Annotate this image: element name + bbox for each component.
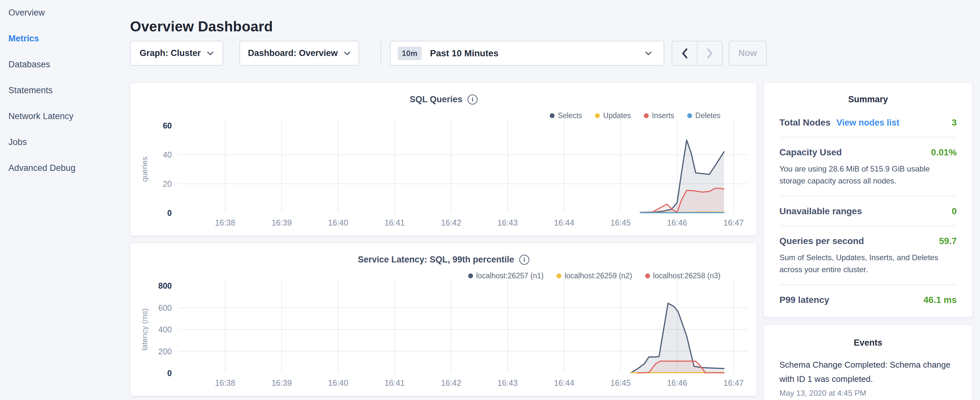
total-nodes-value: 3	[951, 118, 957, 128]
qps-description: Sum of Selects, Updates, Inserts, and De…	[780, 252, 957, 276]
svg-text:0: 0	[167, 209, 172, 217]
svg-text:200: 200	[158, 347, 172, 356]
summary-row-unavailable-ranges: Unavailable ranges 0	[780, 196, 957, 226]
capacity-value: 0.01%	[931, 147, 957, 158]
svg-text:queries: queries	[140, 157, 149, 182]
service-latency-plot[interactable]: 16:3816:3916:4016:4116:4216:4316:4416:45…	[130, 243, 757, 397]
unavailable-ranges-label: Unavailable ranges	[780, 206, 862, 217]
events-title: Events	[780, 338, 957, 348]
time-range-label: Past 10 Minutes	[430, 48, 499, 59]
events-card: Events Schema Change Completed: Schema c…	[764, 325, 972, 400]
svg-text:16:41: 16:41	[384, 218, 405, 227]
dashboard-dropdown-label: Dashboard: Overview	[248, 48, 338, 58]
svg-text:16:44: 16:44	[554, 378, 574, 387]
svg-text:16:39: 16:39	[272, 378, 292, 387]
unavailable-ranges-value: 0	[951, 206, 957, 217]
svg-text:16:45: 16:45	[611, 378, 631, 387]
svg-text:16:42: 16:42	[441, 378, 461, 387]
sidebar-item-overview[interactable]: Overview	[8, 8, 45, 18]
chart-card-service-latency: Service Latency: SQL, 99th percentile lo…	[130, 243, 757, 396]
p99-label: P99 latency	[780, 295, 829, 305]
event-timestamp: May 13, 2020 at 4:45 PM	[780, 389, 957, 398]
summary-row-total-nodes: Total NodesView nodes list 3	[780, 118, 957, 137]
svg-text:16:40: 16:40	[328, 378, 348, 387]
event-item: Schema Change Completed: Schema change w…	[780, 358, 957, 398]
svg-text:16:45: 16:45	[611, 218, 631, 227]
view-nodes-link[interactable]: View nodes list	[836, 118, 899, 127]
sidebar-item-metrics[interactable]: Metrics	[8, 33, 39, 44]
controls-divider	[380, 41, 381, 65]
svg-text:800: 800	[158, 281, 172, 290]
svg-text:16:40: 16:40	[328, 218, 348, 227]
qps-value: 59.7	[939, 236, 957, 246]
svg-text:16:38: 16:38	[215, 378, 235, 387]
svg-text:16:38: 16:38	[215, 218, 235, 227]
svg-text:400: 400	[158, 325, 172, 334]
summary-row-qps: Queries per second 59.7 Sum of Selects, …	[780, 226, 957, 285]
p99-value: 46.1 ms	[923, 295, 957, 305]
svg-text:16:44: 16:44	[554, 218, 574, 227]
summary-row-capacity: Capacity Used 0.01% You are using 28.6 M…	[780, 137, 957, 196]
svg-text:20: 20	[163, 179, 172, 188]
time-range-selector[interactable]: 10m Past 10 Minutes	[390, 41, 664, 66]
chevron-down-icon	[344, 51, 351, 56]
sidebar-item-network-latency[interactable]: Network Latency	[8, 112, 73, 121]
chevron-down-icon	[645, 51, 652, 56]
sidebar: Overview Metrics Databases Statements Ne…	[0, 0, 123, 400]
qps-label: Queries per second	[780, 236, 864, 246]
next-time-button[interactable]	[697, 41, 722, 65]
sql-queries-plot[interactable]: 16:3816:3916:4016:4116:4216:4316:4416:45…	[130, 83, 757, 236]
total-nodes-label: Total Nodes	[780, 118, 830, 127]
summary-title: Summary	[780, 94, 957, 105]
svg-text:16:47: 16:47	[724, 378, 744, 387]
page-title: Overview Dashboard	[130, 18, 273, 35]
chevron-down-icon	[207, 51, 214, 56]
svg-text:60: 60	[163, 121, 172, 130]
summary-card: Summary Total NodesView nodes list 3 Cap…	[764, 83, 972, 317]
svg-text:0: 0	[167, 369, 172, 378]
svg-text:latency (ms): latency (ms)	[140, 308, 149, 351]
svg-text:16:39: 16:39	[272, 218, 292, 227]
svg-text:16:41: 16:41	[384, 378, 405, 387]
sidebar-item-advanced-debug[interactable]: Advanced Debug	[8, 163, 75, 173]
svg-text:16:47: 16:47	[724, 218, 744, 227]
dashboard-dropdown[interactable]: Dashboard: Overview	[239, 41, 359, 66]
app-root: Overview Metrics Databases Statements Ne…	[0, 0, 980, 400]
svg-text:600: 600	[158, 303, 172, 312]
capacity-label: Capacity Used	[780, 147, 842, 158]
now-button[interactable]: Now	[729, 41, 767, 66]
svg-text:16:42: 16:42	[441, 218, 461, 227]
graph-dropdown-label: Graph: Cluster	[140, 48, 200, 58]
chart-card-sql-queries: SQL Queries Selects Updates Inserts Dele…	[130, 83, 757, 236]
event-text: Schema Change Completed: Schema change w…	[780, 358, 957, 386]
svg-text:16:46: 16:46	[667, 218, 687, 227]
graph-dropdown[interactable]: Graph: Cluster	[130, 41, 223, 66]
time-range-badge: 10m	[398, 46, 422, 60]
time-step-buttons	[672, 41, 723, 66]
svg-text:40: 40	[163, 150, 172, 159]
svg-text:16:43: 16:43	[498, 378, 518, 387]
sidebar-item-databases[interactable]: Databases	[8, 59, 50, 70]
forward-arrow-icon	[706, 48, 713, 59]
sidebar-item-statements[interactable]: Statements	[8, 85, 53, 96]
prev-time-button[interactable]	[672, 41, 697, 65]
svg-text:16:43: 16:43	[498, 218, 518, 227]
capacity-description: You are using 28.6 MiB of 515.9 GiB usab…	[780, 163, 957, 187]
back-arrow-icon	[681, 48, 688, 59]
summary-row-p99: P99 latency 46.1 ms	[780, 285, 957, 314]
svg-text:16:46: 16:46	[667, 378, 687, 387]
sidebar-item-jobs[interactable]: Jobs	[8, 137, 27, 147]
